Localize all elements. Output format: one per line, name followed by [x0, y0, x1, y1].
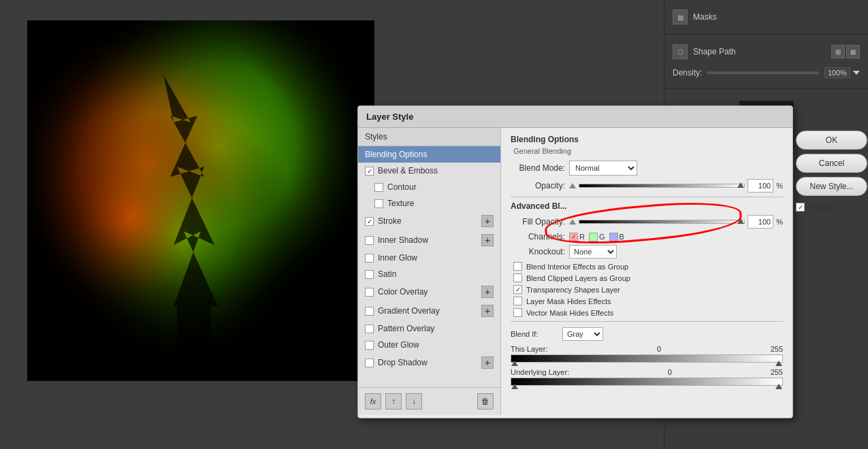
dialog-main-content: Blending Options General Blending Blend … [501, 128, 792, 415]
inner-shadow-checkbox[interactable] [365, 236, 374, 245]
sidebar-item-contour[interactable]: Contour [358, 179, 500, 195]
color-overlay-label: Color Overlay [378, 287, 428, 297]
knockout-label: Knockout: [511, 247, 565, 256]
shape-path-section: ⬡ Shape Path ⊞ ⊠ Density: 100% [664, 35, 868, 88]
outer-glow-checkbox[interactable] [365, 341, 374, 350]
contour-checkbox[interactable] [374, 183, 383, 192]
this-layer-thumb-right[interactable] [775, 361, 782, 366]
channels-label: Channels: [511, 232, 565, 242]
fill-opacity-value[interactable]: 100 [748, 215, 773, 229]
vector-mask-row: Vector Mask Hides Effects [511, 308, 783, 317]
texture-label: Texture [387, 199, 414, 208]
opacity-thumb[interactable] [737, 182, 744, 188]
density-slider[interactable] [707, 71, 819, 74]
delete-button[interactable]: 🗑 [477, 393, 494, 410]
sidebar-item-texture[interactable]: Texture [358, 195, 500, 212]
texture-checkbox[interactable] [374, 199, 383, 208]
underlying-thumb-right[interactable] [775, 384, 782, 389]
channel-b-checkbox[interactable] [609, 233, 618, 242]
sidebar-item-blending-options[interactable]: Blending Options [358, 146, 500, 163]
stroke-add-btn[interactable]: + [481, 215, 494, 227]
drop-shadow-add-btn[interactable]: + [481, 356, 494, 369]
advanced-blending-title: Advanced Bl... [511, 201, 783, 211]
sidebar-item-inner-glow[interactable]: Inner Glow [358, 250, 500, 266]
masks-icon: ▦ [673, 10, 688, 24]
underlying-thumb-left[interactable] [511, 384, 518, 389]
fx-button[interactable]: fx [365, 393, 381, 410]
blend-if-select[interactable]: Gray Red Green Blue [562, 327, 603, 341]
ok-button[interactable]: OK [796, 131, 867, 150]
move-down-button[interactable]: ↓ [406, 393, 422, 410]
density-arrow-icon [853, 71, 860, 75]
transparency-row: Transparency Shapes Layer [511, 285, 783, 294]
layer-mask-checkbox[interactable] [513, 297, 522, 305]
this-layer-row: This Layer: 0 255 [511, 345, 783, 363]
density-value: 100% [824, 67, 850, 78]
inner-shadow-add-btn[interactable]: + [481, 234, 494, 246]
outer-glow-label: Outer Glow [378, 340, 419, 350]
color-overlay-checkbox[interactable] [365, 288, 374, 297]
stroke-checkbox[interactable] [365, 217, 374, 226]
inner-glow-checkbox[interactable] [365, 254, 374, 263]
dialog-buttons: OK Cancel New Style... Preview [796, 131, 867, 212]
sidebar-item-inner-shadow[interactable]: Inner Shadow + [358, 231, 500, 250]
bevel-emboss-checkbox[interactable] [365, 167, 374, 176]
sidebar-item-drop-shadow[interactable]: Drop Shadow + [358, 353, 500, 372]
pattern-overlay-label: Pattern Overlay [378, 324, 434, 333]
channel-g-checkbox[interactable] [589, 233, 598, 242]
shape-path-btn2[interactable]: ⊠ [846, 45, 860, 59]
vector-mask-checkbox[interactable] [513, 308, 522, 317]
blend-interior-label: Blend Interior Effects as Group [526, 263, 628, 271]
drop-shadow-label: Drop Shadow [378, 358, 428, 367]
this-layer-min: 0 [657, 345, 661, 353]
new-style-button[interactable]: New Style... [796, 177, 867, 196]
sidebar-item-gradient-overlay[interactable]: Gradient Overlay + [358, 301, 500, 320]
fill-opacity-thumb[interactable] [737, 218, 744, 224]
blend-clipped-row: Blend Clipped Layers as Group [511, 273, 783, 282]
satin-checkbox[interactable] [365, 270, 374, 279]
gradient-overlay-add-btn[interactable]: + [481, 305, 494, 317]
gradient-overlay-checkbox[interactable] [365, 307, 374, 316]
divider1 [511, 197, 783, 197]
blend-mode-select[interactable]: Normal Multiply Screen [569, 161, 637, 176]
blend-interior-checkbox[interactable] [513, 262, 522, 271]
this-layer-gradient[interactable] [511, 354, 783, 363]
transparency-checkbox[interactable] [513, 285, 522, 294]
channel-b-label: B [620, 233, 624, 241]
sidebar-item-stroke[interactable]: Stroke + [358, 212, 500, 231]
fill-opacity-row: Fill Opacity: 100 % [511, 215, 783, 229]
sidebar-bottom: fx ↑ ↓ 🗑 [358, 387, 500, 415]
fill-opacity-slider[interactable] [579, 220, 745, 224]
layer-mask-label: Layer Mask Hides Effects [526, 297, 611, 305]
dialog-title: Layer Style [358, 106, 792, 128]
shape-path-btn1[interactable]: ⊞ [831, 45, 845, 59]
sidebar-item-bevel-emboss[interactable]: Bevel & Emboss [358, 163, 500, 179]
masks-section: ▦ Masks [664, 0, 868, 35]
this-layer-max: 255 [771, 345, 783, 353]
drop-shadow-checkbox[interactable] [365, 359, 374, 367]
cancel-button[interactable]: Cancel [796, 154, 867, 173]
preview-checkbox[interactable] [796, 203, 805, 212]
underlying-max: 255 [771, 368, 783, 376]
channel-r-checkbox[interactable] [569, 233, 578, 242]
opacity-value[interactable]: 100 [748, 179, 773, 193]
channel-g-item: G [589, 233, 605, 242]
sidebar-item-outer-glow[interactable]: Outer Glow [358, 337, 500, 353]
density-row: Density: 100% [673, 63, 860, 82]
move-up-button[interactable]: ↑ [385, 393, 402, 410]
knockout-row: Knockout: None Shallow Deep [511, 245, 783, 259]
opacity-slider[interactable] [579, 184, 745, 188]
stroke-label: Stroke [378, 216, 402, 226]
sidebar-item-pattern-overlay[interactable]: Pattern Overlay [358, 320, 500, 337]
satin-label: Satin [378, 269, 396, 279]
blend-clipped-checkbox[interactable] [513, 273, 522, 282]
knockout-select[interactable]: None Shallow Deep [569, 245, 617, 259]
this-layer-thumb-left[interactable] [511, 361, 518, 366]
sidebar-item-satin[interactable]: Satin [358, 266, 500, 282]
underlying-layer-row: Underlying Layer: 0 255 [511, 368, 783, 386]
underlying-layer-gradient[interactable] [511, 378, 783, 386]
pattern-overlay-checkbox[interactable] [365, 325, 374, 333]
sidebar-item-color-overlay[interactable]: Color Overlay + [358, 282, 500, 301]
color-overlay-add-btn[interactable]: + [481, 286, 494, 298]
blend-clipped-label: Blend Clipped Layers as Group [526, 274, 630, 282]
